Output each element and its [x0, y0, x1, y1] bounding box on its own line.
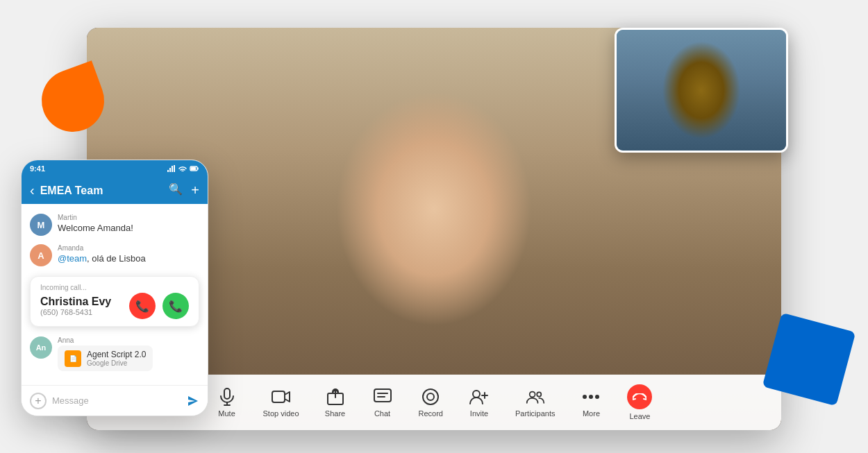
svg-point-8: [423, 389, 438, 404]
add-icon[interactable]: +: [191, 182, 199, 198]
svg-point-13: [529, 392, 535, 398]
svg-rect-19: [191, 167, 196, 170]
share-label: Share: [325, 409, 345, 418]
stop-video-label: Stop video: [263, 409, 299, 418]
sender-name-file: Anna: [58, 336, 153, 344]
sender-name-2: Amanda: [58, 244, 146, 252]
svg-rect-3: [272, 391, 285, 402]
chat-icon: [373, 387, 392, 407]
incoming-call-label: Incoming call...: [40, 284, 189, 291]
chat-button[interactable]: Chat: [362, 382, 403, 423]
header-actions: 🔍 +: [169, 182, 199, 198]
record-button[interactable]: Record: [409, 382, 453, 423]
back-button[interactable]: ‹: [30, 182, 35, 198]
file-source: Google Drive: [87, 359, 146, 367]
chat-message-file: An Anna 📄 Agent Script 2.0 Google Drive: [22, 332, 208, 375]
avatar-amanda: A: [30, 244, 52, 266]
file-info: Agent Script 2.0 Google Drive: [87, 350, 146, 367]
share-button[interactable]: Share: [315, 382, 356, 423]
phone-mockup: 9:41 ‹ EMEA Team 🔍 + M Martin Welcome Am…: [21, 160, 208, 416]
mute-button[interactable]: Mute: [206, 382, 248, 423]
participants-label: Participants: [515, 409, 555, 418]
message-placeholder: Message: [52, 395, 89, 406]
file-name: Agent Script 2.0: [87, 350, 146, 359]
more-label: More: [583, 409, 600, 418]
caller-number: (650) 768-5431: [40, 308, 111, 316]
svg-point-10: [473, 391, 480, 398]
person-add-icon: [469, 387, 489, 407]
avatar-anna: An: [30, 336, 52, 359]
team-name: EMEA Team: [40, 185, 164, 197]
invite-button[interactable]: Invite: [458, 382, 500, 423]
mention-tag: @team: [58, 253, 87, 264]
chat-body: M Martin Welcome Amanda! A Amanda @team,…: [22, 204, 208, 381]
decline-button[interactable]: 📞: [129, 293, 156, 319]
microphone-icon: [217, 387, 237, 407]
phone-time: 9:41: [30, 164, 45, 173]
leave-button[interactable]: Leave: [617, 379, 662, 426]
svg-point-17: [595, 395, 599, 399]
file-attachment: 📄 Agent Script 2.0 Google Drive: [58, 345, 153, 371]
svg-rect-0: [224, 388, 230, 399]
chat-label: Chat: [374, 409, 390, 418]
ellipsis-icon: [581, 387, 601, 407]
attach-button[interactable]: +: [30, 393, 47, 409]
svg-point-9: [427, 393, 434, 400]
search-icon[interactable]: 🔍: [169, 182, 183, 198]
call-actions: 📞 📞: [129, 293, 189, 319]
message-input-bar: + Message: [22, 385, 208, 416]
invite-label: Invite: [470, 409, 488, 418]
phone-header: ‹ EMEA Team 🔍 +: [22, 177, 208, 204]
svg-point-16: [589, 395, 593, 399]
share-icon: [326, 387, 345, 407]
accept-icon: 📞: [169, 300, 183, 313]
message-content-2: Amanda @team, olá de Lisboa: [58, 244, 146, 264]
record-label: Record: [419, 409, 443, 418]
phone-status-bar: 9:41: [22, 160, 208, 177]
chat-message-2: A Amanda @team, olá de Lisboa: [22, 240, 208, 271]
people-icon: [526, 387, 545, 407]
message-input[interactable]: Message: [52, 395, 181, 406]
file-type-icon: 📄: [65, 350, 81, 367]
phone-status-icons: [167, 165, 199, 172]
more-button[interactable]: More: [570, 382, 612, 423]
svg-point-14: [537, 392, 541, 396]
accept-button[interactable]: 📞: [162, 293, 189, 319]
message-content-file: Anna 📄 Agent Script 2.0 Google Drive: [58, 336, 153, 371]
sender-name-1: Martin: [58, 214, 133, 221]
leave-call-icon: [627, 384, 652, 409]
pip-participant-video: [617, 30, 786, 151]
pip-video-window: [615, 28, 788, 153]
avatar-martin: M: [30, 214, 52, 236]
send-button[interactable]: [187, 395, 199, 407]
caller-row: Christina Evy (650) 768-5431 📞 📞: [40, 293, 189, 319]
participants-button[interactable]: Participants: [506, 382, 565, 423]
message-content-1: Martin Welcome Amanda!: [58, 214, 133, 233]
mute-label: Mute: [218, 409, 235, 418]
caller-name: Christina Evy: [40, 296, 111, 308]
decline-icon: 📞: [135, 300, 149, 313]
svg-rect-5: [374, 389, 391, 402]
chat-message-1: M Martin Welcome Amanda!: [22, 210, 208, 240]
caller-info: Christina Evy (650) 768-5431: [40, 296, 111, 316]
leave-label: Leave: [629, 412, 650, 420]
incoming-call-card: Incoming call... Christina Evy (650) 768…: [30, 276, 199, 327]
message-text-1: Welcome Amanda!: [58, 223, 133, 233]
message-text-2: @team, olá de Lisboa: [58, 253, 146, 264]
camera-icon: [272, 387, 291, 407]
svg-point-15: [583, 395, 587, 399]
stop-video-button[interactable]: Stop video: [253, 382, 309, 423]
record-icon: [421, 387, 440, 407]
